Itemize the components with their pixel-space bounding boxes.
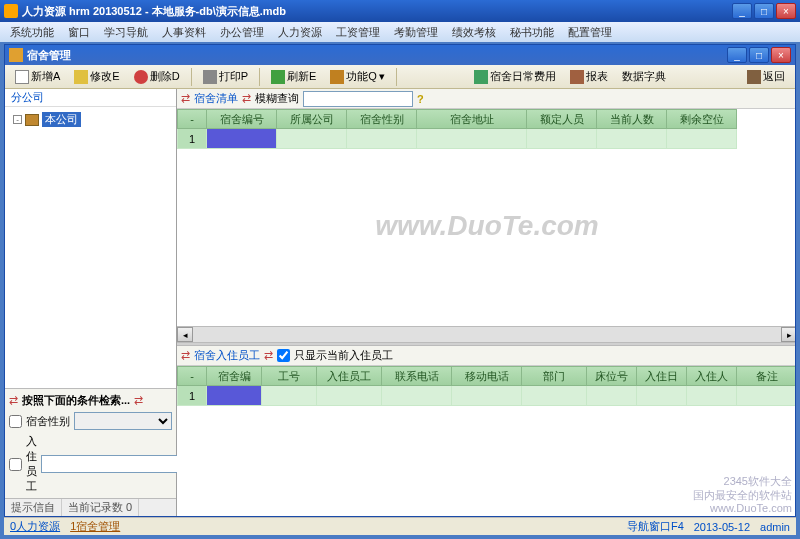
delete-button[interactable]: 删除D (128, 66, 186, 87)
cell[interactable] (207, 129, 277, 149)
mdi-area: 宿舍管理 _ □ × 新增A 修改E 删除D 打印P 刷新E 功能Q▾ 宿舍日常… (4, 44, 796, 517)
status-link-hr[interactable]: 0人力资源 (10, 519, 60, 534)
cell[interactable] (317, 386, 382, 406)
col-address[interactable]: 宿舍地址 (417, 109, 527, 129)
cell[interactable] (587, 386, 637, 406)
col-gender[interactable]: 宿舍性别 (347, 109, 417, 129)
cell[interactable] (637, 386, 687, 406)
cell[interactable] (687, 386, 737, 406)
col-note[interactable]: 备注 (737, 366, 795, 386)
cell[interactable] (597, 129, 667, 149)
edit-button[interactable]: 修改E (68, 66, 125, 87)
table-row[interactable]: 1 (177, 386, 795, 406)
edit-icon (74, 70, 88, 84)
col-mobile[interactable]: 移动电话 (452, 366, 522, 386)
col-dorm[interactable]: 宿舍编 (207, 366, 262, 386)
refresh-button[interactable]: 刷新E (265, 66, 322, 87)
swap-icon[interactable]: ⇄ (9, 394, 18, 407)
scroll-right-icon[interactable]: ▸ (781, 327, 795, 342)
daily-fee-button[interactable]: 宿舍日常费用 (468, 66, 562, 87)
help-icon[interactable]: ? (417, 93, 424, 105)
menu-config[interactable]: 配置管理 (562, 23, 618, 42)
refresh-icon (271, 70, 285, 84)
search-check-2[interactable] (9, 458, 22, 471)
cell[interactable] (207, 386, 262, 406)
col-checkin[interactable]: 入住日 (637, 366, 687, 386)
back-button[interactable]: 返回 (741, 66, 791, 87)
cell[interactable] (527, 129, 597, 149)
new-button[interactable]: 新增A (9, 66, 66, 87)
dict-button[interactable]: 数据字典 (616, 66, 672, 87)
menu-performance[interactable]: 绩效考核 (446, 23, 502, 42)
function-button[interactable]: 功能Q▾ (324, 66, 391, 87)
menu-office[interactable]: 办公管理 (214, 23, 270, 42)
menu-attendance[interactable]: 考勤管理 (388, 23, 444, 42)
tree-root-label[interactable]: 本公司 (42, 112, 81, 127)
grid-header: - 宿舍编 工号 入住员工 联系电话 移动电话 部门 床位号 入住日 入住人 备… (177, 366, 795, 386)
close-button[interactable]: × (776, 3, 796, 19)
cell[interactable] (737, 386, 795, 406)
search-select-1[interactable] (74, 412, 172, 430)
child-close-button[interactable]: × (771, 47, 791, 63)
menu-nav[interactable]: 学习导航 (98, 23, 154, 42)
status-link-dorm[interactable]: 1宿舍管理 (70, 519, 120, 534)
status-nav: 导航窗口F4 (627, 519, 684, 534)
minimize-button[interactable]: _ (732, 3, 752, 19)
left-tabs[interactable]: 提示信自 当前记录数 0 (5, 498, 176, 516)
search-check-1[interactable] (9, 415, 22, 428)
delete-icon (134, 70, 148, 84)
col-dept[interactable]: 部门 (522, 366, 587, 386)
menu-system[interactable]: 系统功能 (4, 23, 60, 42)
cell[interactable] (452, 386, 522, 406)
cell[interactable] (417, 129, 527, 149)
search-input-2[interactable] (41, 455, 181, 473)
cell[interactable] (262, 386, 317, 406)
menu-secretary[interactable]: 秘书功能 (504, 23, 560, 42)
child-minimize-button[interactable]: _ (727, 47, 747, 63)
menu-window[interactable]: 窗口 (62, 23, 96, 42)
col-emp[interactable]: 入住员工 (317, 366, 382, 386)
window-title: 人力资源 hrm 20130512 - 本地服务-db\演示信息.mdb (22, 4, 732, 19)
cell[interactable] (667, 129, 737, 149)
col-by[interactable]: 入住人 (687, 366, 737, 386)
col-empno[interactable]: 工号 (262, 366, 317, 386)
left-tab-2[interactable]: 当前记录数 0 (62, 499, 139, 516)
col-dorm-id[interactable]: 宿舍编号 (207, 109, 277, 129)
dorm-list-grid[interactable]: - 宿舍编号 所属公司 宿舍性别 宿舍地址 额定人员 当前人数 剩余空位 1 (177, 109, 795, 342)
col-capacity[interactable]: 额定人员 (527, 109, 597, 129)
child-maximize-button[interactable]: □ (749, 47, 769, 63)
folder-icon (25, 114, 39, 126)
cell[interactable] (347, 129, 417, 149)
current-only-check[interactable] (277, 349, 290, 362)
report-button[interactable]: 报表 (564, 66, 614, 87)
col-bed[interactable]: 床位号 (587, 366, 637, 386)
h-scrollbar[interactable]: ◂ ▸ (177, 326, 795, 342)
tree-collapse-icon[interactable]: - (13, 115, 22, 124)
cell[interactable] (522, 386, 587, 406)
col-current[interactable]: 当前人数 (597, 109, 667, 129)
menu-salary[interactable]: 工资管理 (330, 23, 386, 42)
print-button[interactable]: 打印P (197, 66, 254, 87)
menu-hr[interactable]: 人力资源 (272, 23, 328, 42)
grid-header: - 宿舍编号 所属公司 宿舍性别 宿舍地址 额定人员 当前人数 剩余空位 (177, 109, 795, 129)
col-remain[interactable]: 剩余空位 (667, 109, 737, 129)
fuzzy-input[interactable] (303, 91, 413, 107)
search-panel: ⇄ 按照下面的条件检索... ⇄ 宿舍性别 入住员工 (5, 388, 176, 498)
cell[interactable] (382, 386, 452, 406)
company-tree[interactable]: - 本公司 (5, 107, 176, 388)
menu-hr-info[interactable]: 人事资料 (156, 23, 212, 42)
swap-icon[interactable]: ⇄ (134, 394, 143, 407)
table-row[interactable]: 1 (177, 129, 795, 149)
col-idx[interactable]: - (177, 109, 207, 129)
col-phone[interactable]: 联系电话 (382, 366, 452, 386)
left-tab-1[interactable]: 提示信自 (5, 499, 62, 516)
maximize-button[interactable]: □ (754, 3, 774, 19)
col-company[interactable]: 所属公司 (277, 109, 347, 129)
new-icon (15, 70, 29, 84)
swap-icon: ⇄ (181, 349, 190, 362)
col-idx[interactable]: - (177, 366, 207, 386)
resident-grid[interactable]: - 宿舍编 工号 入住员工 联系电话 移动电话 部门 床位号 入住日 入住人 备… (177, 366, 795, 516)
scroll-left-icon[interactable]: ◂ (177, 327, 193, 342)
cell[interactable] (277, 129, 347, 149)
tree-root[interactable]: - 本公司 (11, 111, 170, 128)
